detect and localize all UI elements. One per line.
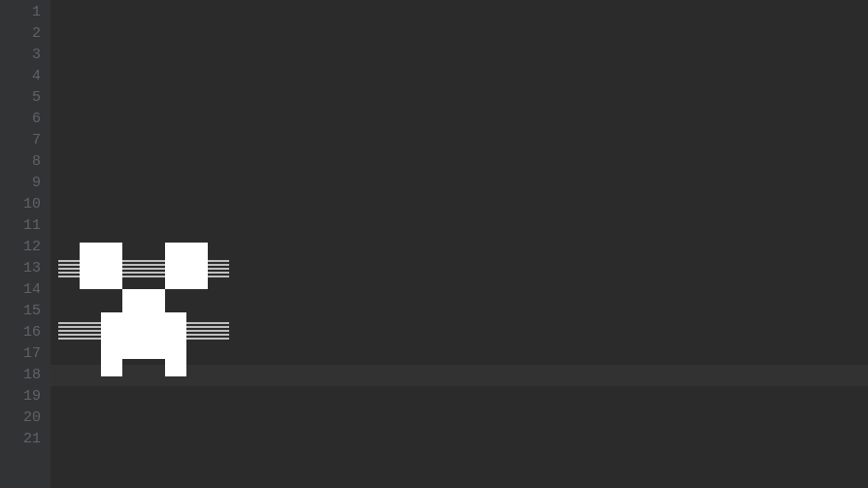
- line-number: 14: [0, 279, 41, 301]
- line-number: 1: [0, 2, 41, 23]
- line-number: 17: [0, 343, 41, 365]
- line-number: 8: [0, 151, 41, 173]
- line-number: 4: [0, 66, 41, 87]
- line-number: 3: [0, 45, 41, 66]
- code-editor[interactable]: echo -e "${greenColour}"'Adding the alia…: [50, 0, 868, 488]
- line-number: 5: [0, 87, 41, 109]
- line-number: 12: [0, 237, 41, 258]
- line-number: 7: [0, 130, 41, 151]
- ascii-art-region: [58, 151, 868, 343]
- line-number: 19: [0, 386, 41, 407]
- line-number: 11: [0, 215, 41, 237]
- creeper-ascii-art: [58, 194, 229, 386]
- line-number: 10: [0, 194, 41, 215]
- line-number: 9: [0, 173, 41, 194]
- line-number: 15: [0, 301, 41, 322]
- code-line[interactable]: [58, 429, 868, 450]
- line-number-gutter: 1 2 3 4 5 6 7 8 9 10 11 12 13 14 15 16 1…: [0, 0, 50, 488]
- line-number: 20: [0, 407, 41, 429]
- line-number: 18: [0, 365, 41, 386]
- line-number: 2: [0, 23, 41, 45]
- line-number: 13: [0, 258, 41, 279]
- line-number: 6: [0, 109, 41, 130]
- line-number: 16: [0, 322, 41, 343]
- line-number: 21: [0, 429, 41, 450]
